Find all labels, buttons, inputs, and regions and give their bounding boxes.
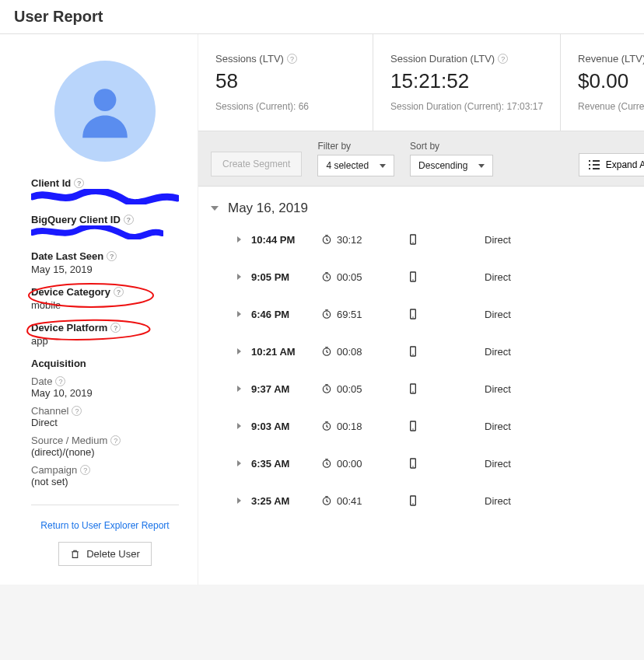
session-duration: 00:41	[321, 495, 407, 507]
session-duration: 00:05	[321, 271, 407, 283]
client-id-label: Client Id	[31, 177, 71, 189]
day-group-header[interactable]: May 16, 2019	[198, 187, 644, 221]
session-row[interactable]: 6:46 PM 69:51 Direct	[198, 295, 644, 333]
help-icon[interactable]: ?	[124, 215, 134, 225]
filter-by-value: 4 selected	[326, 160, 369, 171]
user-sidebar: Client Id? BigQuery Client ID? Date Last…	[0, 34, 198, 585]
acquisition-label: Acquisition	[31, 358, 179, 369]
kpi-sessions-sub: Sessions (Current): 66	[215, 101, 355, 112]
svg-point-16	[412, 391, 413, 392]
date-last-seen-value: May 15, 2019	[31, 264, 179, 275]
person-icon	[70, 76, 140, 146]
svg-point-0	[94, 89, 117, 111]
device-category-value: mobile	[31, 299, 179, 311]
help-icon[interactable]: ?	[110, 323, 121, 333]
chevron-right-icon	[237, 423, 241, 429]
session-time: 10:21 AM	[251, 346, 321, 358]
session-row[interactable]: 10:44 PM 30:12 Direct	[198, 221, 644, 258]
create-segment-button[interactable]: Create Segment	[211, 152, 302, 176]
help-icon[interactable]: ?	[74, 178, 84, 188]
clock-icon	[321, 271, 332, 282]
kpi-sessions-value: 58	[215, 69, 355, 93]
acq-channel-label: Channel	[31, 405, 68, 417]
help-icon[interactable]: ?	[287, 54, 297, 64]
help-icon[interactable]: ?	[498, 54, 508, 64]
help-icon[interactable]: ?	[107, 251, 117, 261]
acq-date-label: Date	[31, 375, 52, 387]
session-device	[407, 494, 485, 507]
session-device	[407, 457, 485, 470]
session-device	[407, 233, 485, 246]
acq-source-value: (direct)/(none)	[31, 446, 179, 458]
chevron-right-icon	[237, 274, 241, 280]
session-row[interactable]: 9:03 AM 00:18 Direct	[198, 407, 644, 445]
mobile-icon	[407, 233, 419, 246]
date-last-seen-label: Date Last Seen	[31, 250, 103, 262]
bigquery-client-id-label: BigQuery Client ID	[31, 214, 121, 225]
kpi-duration-sub: Session Duration (Current): 17:03:17	[390, 101, 543, 112]
chevron-down-icon	[478, 164, 485, 168]
mobile-icon	[407, 382, 419, 395]
session-row[interactable]: 9:05 PM 00:05 Direct	[198, 258, 644, 295]
session-time: 9:03 AM	[251, 421, 321, 432]
session-time: 10:44 PM	[251, 234, 321, 246]
session-channel: Direct	[485, 421, 511, 432]
chevron-right-icon	[237, 498, 241, 504]
filter-by-dropdown[interactable]: 4 selected	[317, 155, 394, 176]
page-title: User Report	[14, 8, 630, 26]
sort-by-dropdown[interactable]: Descending	[410, 155, 493, 176]
session-row[interactable]: 9:37 AM 00:05 Direct	[198, 370, 644, 407]
session-channel: Direct	[485, 495, 511, 507]
mobile-icon	[407, 420, 419, 432]
clock-icon	[321, 383, 332, 394]
session-row[interactable]: 10:21 AM 00:08 Direct	[198, 333, 644, 370]
kpi-sessions: Sessions (LTV)? 58 Sessions (Current): 6…	[198, 34, 373, 131]
session-row[interactable]: 3:25 AM 00:41 Direct	[198, 482, 644, 519]
kpi-duration-value: 15:21:52	[390, 69, 543, 93]
session-channel: Direct	[485, 346, 511, 358]
session-duration: 00:18	[321, 421, 407, 432]
device-platform-value: app	[31, 335, 179, 347]
mobile-icon	[407, 308, 419, 320]
delete-user-button[interactable]: Delete User	[58, 542, 152, 566]
help-icon[interactable]: ?	[110, 435, 121, 445]
svg-point-13	[412, 354, 413, 354]
mobile-icon	[407, 345, 419, 358]
session-device	[407, 382, 485, 395]
bigquery-client-id-value-redacted	[31, 225, 179, 239]
help-icon[interactable]: ?	[114, 287, 124, 297]
session-time: 6:35 AM	[251, 458, 321, 470]
clock-icon	[321, 234, 332, 245]
chevron-right-icon	[237, 311, 241, 317]
help-icon[interactable]: ?	[55, 376, 65, 386]
sort-by-value: Descending	[418, 160, 467, 171]
svg-point-25	[412, 503, 413, 504]
main-panel: Sessions (LTV)? 58 Sessions (Current): 6…	[198, 34, 644, 585]
session-duration: 30:12	[321, 234, 407, 246]
help-icon[interactable]: ?	[80, 465, 90, 475]
help-icon[interactable]: ?	[72, 406, 82, 416]
session-time: 3:25 AM	[251, 495, 321, 507]
client-id-value-redacted	[31, 189, 179, 203]
kpi-revenue-value: $0.00	[578, 69, 644, 93]
svg-point-22	[412, 466, 413, 466]
session-channel: Direct	[485, 383, 511, 395]
expand-all-label: Expand All	[606, 159, 644, 170]
clock-icon	[321, 309, 332, 320]
kpi-duration: Session Duration (LTV)? 15:21:52 Session…	[373, 34, 561, 131]
delete-user-label: Delete User	[86, 548, 140, 560]
day-date: May 16, 2019	[228, 201, 308, 216]
acq-campaign-label: Campaign	[31, 464, 77, 476]
chevron-down-icon	[211, 206, 219, 211]
return-link[interactable]: Return to User Explorer Report	[40, 520, 169, 531]
acq-source-label: Source / Medium	[31, 435, 107, 446]
session-channel: Direct	[485, 234, 511, 246]
kpi-sessions-label: Sessions (LTV)	[215, 53, 284, 65]
expand-icon	[589, 160, 600, 169]
mobile-icon	[407, 494, 419, 507]
expand-all-button[interactable]: Expand All	[579, 153, 644, 176]
mobile-icon	[407, 271, 419, 283]
session-row[interactable]: 6:35 AM 00:00 Direct	[198, 445, 644, 482]
svg-point-4	[412, 242, 413, 243]
kpi-revenue: Revenue (LTV) $0.00 Revenue (Current)	[561, 34, 644, 131]
